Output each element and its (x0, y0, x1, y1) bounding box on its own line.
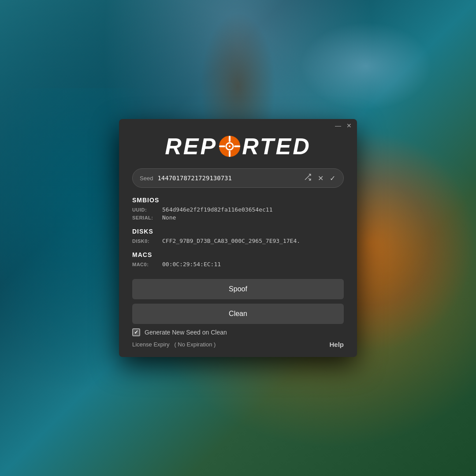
serial-value: None (162, 214, 176, 221)
title-bar: — ✕ (119, 119, 357, 129)
clean-button[interactable]: Clean (132, 304, 344, 324)
generate-seed-checkbox-row: ✓ Generate New Seed on Clean (132, 328, 344, 336)
seed-row: Seed ✕ ✓ (132, 168, 344, 188)
logo-text-after: RTED (242, 133, 311, 160)
seed-input[interactable] (157, 175, 303, 182)
clear-seed-button[interactable]: ✕ (317, 173, 324, 183)
macs-title: MACS (132, 251, 344, 258)
checkmark-icon: ✓ (134, 329, 138, 335)
smbios-section: SMBIOS UUID: 564d946e2f2f19d82fa116e0365… (132, 197, 344, 221)
uuid-row: UUID: 564d946e2f2f19d82fa116e03654ec11 (132, 206, 344, 213)
disk0-value: CFF2_97B9_D73B_CA83_000C_2965_7E93_17E4. (162, 238, 300, 244)
minimize-button[interactable]: — (335, 123, 341, 129)
seed-label: Seed (140, 175, 153, 182)
help-button[interactable]: Help (329, 341, 344, 348)
crosshair-icon (218, 135, 241, 158)
spoof-button[interactable]: Spoof (132, 279, 344, 299)
license-expiry-text: License Expiry ( No Expiration ) (132, 341, 216, 348)
mac0-value: 00:0C:29:54:EC:11 (162, 261, 221, 268)
disk0-label: DISK0: (132, 238, 159, 244)
content-area: Seed ✕ ✓ SMBIOS UUID: (119, 168, 357, 336)
serial-row: SERIAL: None (132, 214, 344, 221)
close-button[interactable]: ✕ (346, 123, 352, 129)
disks-section: DISKS DISK0: CFF2_97B9_D73B_CA83_000C_29… (132, 228, 344, 244)
uuid-label: UUID: (132, 207, 159, 212)
seed-icons: ✕ ✓ (303, 172, 336, 184)
randomize-seed-button[interactable] (303, 172, 312, 184)
disks-title: DISKS (132, 228, 344, 235)
macs-section: MACS MAC0: 00:0C:29:54:EC:11 (132, 251, 344, 268)
generate-seed-label: Generate New Seed on Clean (145, 329, 227, 336)
logo: REP RTED (165, 133, 311, 160)
uuid-value: 564d946e2f2f19d82fa116e03654ec11 (162, 206, 272, 213)
app-window: — ✕ REP RTED Seed (119, 119, 357, 357)
smbios-title: SMBIOS (132, 197, 344, 204)
mac0-row: MAC0: 00:0C:29:54:EC:11 (132, 261, 344, 268)
footer-row: License Expiry ( No Expiration ) Help (119, 341, 357, 348)
logo-area: REP RTED (119, 129, 357, 168)
license-value: ( No Expiration ) (174, 341, 216, 348)
svg-point-6 (229, 145, 231, 147)
license-label: License Expiry (132, 341, 170, 348)
disk0-row: DISK0: CFF2_97B9_D73B_CA83_000C_2965_7E9… (132, 238, 344, 244)
logo-text-before: REP (165, 133, 217, 160)
serial-label: SERIAL: (132, 215, 159, 220)
confirm-seed-button[interactable]: ✓ (329, 173, 336, 183)
generate-seed-checkbox[interactable]: ✓ (132, 328, 140, 336)
mac0-label: MAC0: (132, 262, 159, 267)
